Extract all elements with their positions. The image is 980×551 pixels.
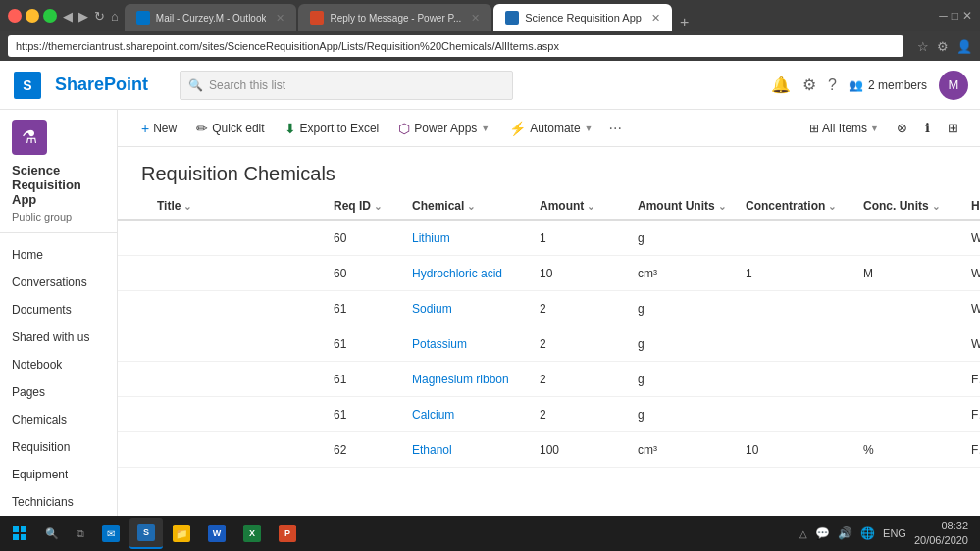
window-maximize[interactable]	[43, 9, 57, 23]
tab-close-sp[interactable]: ✕	[651, 12, 660, 25]
nav-forward-icon[interactable]: ▶	[78, 9, 88, 24]
taskbar-search[interactable]: 🔍	[37, 518, 67, 549]
taskbar-powerpoint[interactable]: P	[271, 518, 304, 549]
browser-restore-icon[interactable]: □	[952, 9, 958, 23]
mail-app-icon: ✉	[102, 525, 120, 542]
nav-refresh-icon[interactable]: ↻	[94, 9, 105, 24]
cell-req-3: 61	[334, 337, 412, 351]
sidebar-item-notebook[interactable]: Notebook	[0, 351, 117, 378]
amountunit-sort-icon: ⌄	[718, 201, 726, 212]
chemical-link-3[interactable]: Potassium	[412, 337, 467, 351]
taskbar-taskview[interactable]: ⧉	[69, 518, 92, 549]
chemical-link-0[interactable]: Lithium	[412, 231, 450, 245]
cell-chemical-1[interactable]: Hydrochloric acid	[412, 267, 540, 280]
export-button[interactable]: ⬇ Export to Excel	[277, 117, 387, 140]
col-title-header[interactable]: Title ⌄	[157, 199, 334, 213]
address-bar[interactable]: https://themerciantrust.sharepoint.com/s…	[8, 35, 903, 57]
sidebar-item-home[interactable]: Home	[0, 241, 117, 269]
col-amountunit-header[interactable]: Amount Units ⌄	[638, 199, 746, 213]
sidebar-item-chemicals[interactable]: Chemicals	[0, 406, 117, 433]
col-chemical-header[interactable]: Chemical ⌄	[412, 199, 540, 213]
browser-minimize-icon[interactable]: ─	[939, 9, 948, 23]
cell-req-2: 61	[334, 302, 412, 316]
address-text: https://themerciantrust.sharepoint.com/s…	[16, 40, 559, 52]
sp-search-box[interactable]: 🔍 Search this list	[180, 71, 513, 100]
sidebar-item-technicians[interactable]: Technicians	[0, 488, 117, 516]
taskbar-mail-app[interactable]: ✉	[94, 518, 128, 549]
cell-chemical-4[interactable]: Magnesium ribbon	[412, 373, 540, 386]
chemical-link-2[interactable]: Sodium	[412, 302, 452, 316]
taskbar-browser[interactable]: S	[129, 518, 163, 549]
col-concunit-header[interactable]: Conc. Units ⌄	[863, 199, 971, 213]
site-name: Science Requisition App	[12, 163, 105, 207]
automate-button[interactable]: ⚡ Automate ▼	[501, 117, 600, 140]
cell-amountunit-5: g	[638, 408, 746, 422]
systray-network[interactable]: 🌐	[860, 526, 875, 540]
taskbar-excel[interactable]: X	[235, 518, 269, 549]
members-icon: 👥	[849, 78, 863, 92]
tab-close-ppt[interactable]: ✕	[471, 12, 480, 25]
sidebar-item-conversations[interactable]: Conversations	[0, 269, 117, 296]
chemical-link-4[interactable]: Magnesium ribbon	[412, 373, 509, 386]
systray-teams[interactable]: 💬	[815, 526, 830, 540]
power-apps-button[interactable]: ⬡ Power Apps ▼	[390, 117, 497, 140]
layout-button[interactable]: ⊞	[942, 118, 964, 138]
tab-close-mail[interactable]: ✕	[276, 12, 284, 25]
notification-icon[interactable]: 🔔	[771, 75, 791, 94]
members-button[interactable]: 👥 2 members	[849, 78, 927, 92]
toolbar-more-icon[interactable]: ···	[605, 120, 626, 137]
cell-chemical-0[interactable]: Lithium	[412, 231, 540, 245]
systray-volume[interactable]: 🔊	[838, 526, 852, 540]
sidebar-item-pages[interactable]: Pages	[0, 378, 117, 406]
chemical-link-5[interactable]: Calcium	[412, 408, 454, 422]
info-button[interactable]: ℹ	[919, 118, 936, 138]
edit-icon: ✏	[196, 121, 208, 136]
nav-home-icon[interactable]: ⌂	[111, 9, 119, 24]
cell-chemical-6[interactable]: Ethanol	[412, 443, 540, 457]
sidebar-item-documents[interactable]: Documents	[0, 296, 117, 324]
window-minimize[interactable]	[26, 9, 39, 23]
export-label: Export to Excel	[300, 122, 380, 135]
cell-amount-2: 2	[540, 302, 638, 316]
col-amount-header[interactable]: Amount ⌄	[540, 199, 638, 213]
user-avatar[interactable]: M	[939, 71, 968, 100]
start-button[interactable]	[4, 518, 35, 549]
quick-edit-button[interactable]: ✏ Quick edit	[188, 117, 272, 140]
new-button[interactable]: + New	[133, 117, 184, 140]
systray-up-arrow[interactable]: △	[799, 528, 807, 539]
window-close[interactable]	[8, 9, 22, 23]
sidebar-item-equipment[interactable]: Equipment	[0, 461, 117, 488]
list-header: Requisition Chemicals	[118, 147, 980, 193]
browser-tab-ppt[interactable]: Reply to Message - Power P... ✕	[298, 4, 491, 31]
taskbar-word[interactable]: W	[200, 518, 233, 549]
browser-tab-mail[interactable]: Mail - Curzey.M - Outlook ✕	[125, 4, 297, 31]
col-hazard-header[interactable]: Hazards ⌄	[971, 199, 980, 213]
extensions-icon[interactable]: ⚙	[937, 39, 949, 54]
sidebar-item-shared[interactable]: Shared with us	[0, 324, 117, 351]
view-selector[interactable]: ⊞ All Items ▼	[803, 119, 885, 138]
taskbar-file-explorer[interactable]: 📁	[165, 518, 198, 549]
settings-icon[interactable]: ⚙	[802, 75, 816, 94]
chemical-link-1[interactable]: Hydrochloric acid	[412, 267, 502, 280]
export-icon: ⬇	[284, 121, 296, 136]
browser-tab-sharepoint[interactable]: Science Requisition App ✕	[493, 4, 672, 31]
system-clock[interactable]: 08:32 20/06/2020	[914, 519, 968, 549]
cell-amount-0: 1	[540, 231, 638, 245]
sidebar-item-requisition[interactable]: Requisition	[0, 433, 117, 461]
profile-icon[interactable]: 👤	[956, 39, 972, 54]
cell-chemical-3[interactable]: Potassium	[412, 337, 540, 351]
nav-back-icon[interactable]: ◀	[63, 9, 73, 24]
new-tab-button[interactable]: +	[674, 14, 695, 31]
help-icon[interactable]: ?	[828, 76, 837, 94]
col-conc-header[interactable]: Concentration ⌄	[746, 199, 863, 213]
windows-logo	[13, 526, 26, 540]
cell-concunit-6: %	[863, 443, 971, 457]
browser-close-icon[interactable]: ✕	[962, 9, 972, 23]
col-req-header[interactable]: Req ID ⌄	[334, 199, 412, 213]
cell-chemical-5[interactable]: Calcium	[412, 408, 540, 422]
filter-button[interactable]: ⊗	[891, 118, 913, 138]
bookmark-icon[interactable]: ☆	[917, 39, 929, 54]
cell-chemical-2[interactable]: Sodium	[412, 302, 540, 316]
cell-hazard-1: Wear eye prote...	[971, 267, 980, 280]
chemical-link-6[interactable]: Ethanol	[412, 443, 452, 457]
